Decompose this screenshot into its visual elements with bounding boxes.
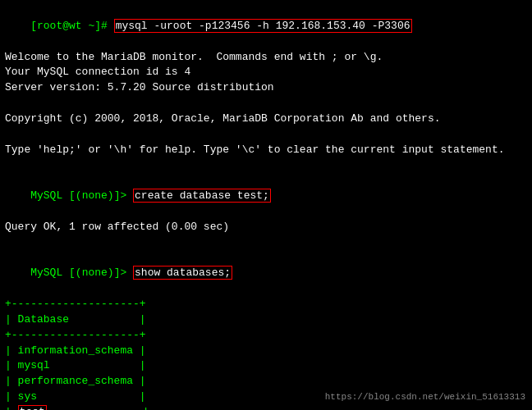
- table-row-perf-schema: | performance_schema |: [5, 374, 527, 390]
- command-create-db: create database test;: [133, 189, 271, 203]
- line-create-db: MySQL [(none)]> create database test;: [5, 173, 527, 220]
- table-row-mysql: | mysql |: [5, 358, 527, 374]
- line-blank-2: [5, 127, 527, 143]
- command-show-db: show databases;: [133, 266, 232, 280]
- line-help: Type 'help;' or '\h' for help. Type '\c'…: [5, 143, 527, 158]
- mysql-prompt-2: MySQL [(none)]>: [30, 266, 133, 279]
- line-3: Your MySQL connection id is 4: [5, 65, 527, 80]
- table-border-mid: +--------------------+: [5, 328, 527, 344]
- line-query-ok: Query OK, 1 row affected (0.00 sec): [5, 220, 527, 235]
- watermark: https://blog.csdn.net/weixin_51613313: [325, 392, 525, 402]
- table-border-top: +--------------------+: [5, 297, 527, 312]
- line-show-db: MySQL [(none)]> show databases;: [5, 251, 527, 298]
- line-4: Server version: 5.7.20 Source distributi…: [5, 80, 527, 96]
- command-mysql-login: mysql -uroot -p123456 -h 192.168.153.40 …: [114, 19, 412, 33]
- line-blank-4: [5, 235, 527, 251]
- line-2: Welcome to the MariaDB monitor. Commands…: [5, 50, 527, 66]
- line-copyright: Copyright (c) 2000, 2018, Oracle, MariaD…: [5, 112, 527, 127]
- table-row-test: | test |: [5, 405, 527, 410]
- line-blank-1: [5, 96, 527, 112]
- line-blank-3: [5, 157, 527, 173]
- prompt-1: [root@wt ~]#: [30, 20, 113, 32]
- table-header: | Database |: [5, 312, 527, 328]
- terminal-window: [root@wt ~]# mysql -uroot -p123456 -h 19…: [0, 0, 532, 410]
- test-highlight: test: [18, 405, 47, 410]
- mysql-prompt-1: MySQL [(none)]>: [30, 189, 133, 202]
- line-1: [root@wt ~]# mysql -uroot -p123456 -h 19…: [5, 3, 527, 50]
- table-row-info-schema: | information_schema |: [5, 344, 527, 359]
